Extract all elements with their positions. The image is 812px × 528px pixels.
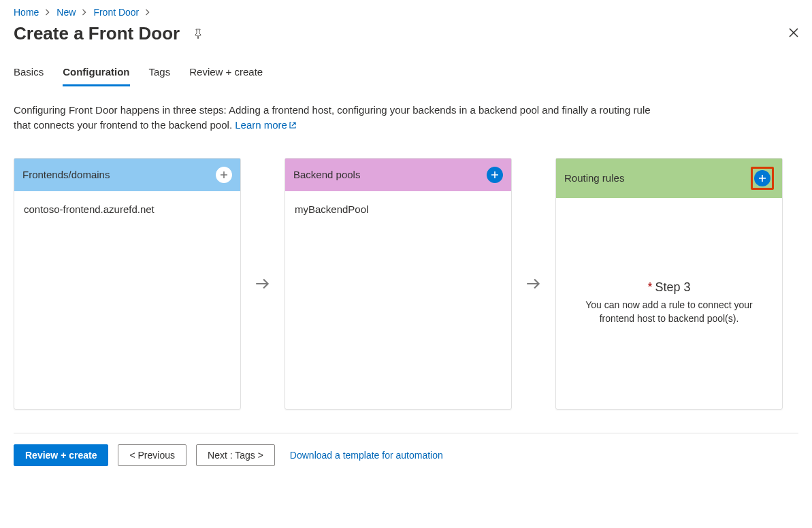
chevron-right-icon — [144, 7, 151, 18]
tab-review-create[interactable]: Review + create — [189, 62, 263, 86]
add-backend-button[interactable] — [487, 167, 503, 183]
config-description-text: Configuring Front Door happens in three … — [14, 104, 651, 131]
routing-step-desc: You can now add a rule to connect your f… — [581, 299, 758, 325]
config-description: Configuring Front Door happens in three … — [14, 103, 653, 133]
breadcrumb-item-home[interactable]: Home — [14, 7, 39, 18]
learn-more-link[interactable]: Learn more — [235, 119, 297, 131]
close-icon[interactable] — [789, 27, 798, 41]
frontend-item[interactable]: contoso-frontend.azurefd.net — [24, 201, 231, 218]
chevron-right-icon — [44, 7, 51, 18]
card-header-backends: Backend pools — [285, 159, 511, 191]
tab-basics[interactable]: Basics — [14, 62, 44, 86]
footer-bar: Review + create < Previous Next : Tags >… — [14, 433, 798, 466]
review-create-button[interactable]: Review + create — [14, 444, 108, 466]
tab-configuration[interactable]: Configuration — [63, 62, 129, 86]
backend-item[interactable]: myBackendPool — [295, 201, 502, 218]
arrow-right-icon — [512, 158, 555, 410]
card-frontends: Frontends/domains contoso-frontend.azure… — [14, 158, 241, 410]
tab-bar: Basics Configuration Tags Review + creat… — [14, 62, 798, 86]
breadcrumb-item-frontdoor[interactable]: Front Door — [93, 7, 139, 18]
pin-icon[interactable] — [192, 28, 204, 40]
card-title-backends: Backend pools — [293, 169, 360, 180]
routing-step-label: *Step 3 — [647, 280, 690, 295]
required-star-icon: * — [647, 280, 652, 294]
config-columns: Frontends/domains contoso-frontend.azure… — [14, 158, 798, 410]
add-routing-highlight — [751, 167, 774, 190]
chevron-right-icon — [81, 7, 88, 18]
routing-empty: *Step 3 You can now add a rule to connec… — [556, 198, 782, 409]
frontends-list: contoso-frontend.azurefd.net — [14, 191, 240, 409]
card-title-routing: Routing rules — [564, 172, 624, 184]
next-button[interactable]: Next : Tags > — [196, 444, 275, 466]
add-routing-button[interactable] — [754, 170, 770, 186]
tab-tags[interactable]: Tags — [149, 62, 171, 86]
add-frontend-button[interactable] — [216, 167, 232, 183]
external-link-icon — [289, 118, 297, 133]
card-routing: Routing rules *Step 3 You can now add a … — [555, 158, 783, 410]
breadcrumb: Home New Front Door — [14, 0, 798, 22]
page-title: Create a Front Door — [14, 23, 180, 44]
card-header-routing: Routing rules — [556, 159, 782, 198]
arrow-right-icon — [241, 158, 285, 410]
previous-button[interactable]: < Previous — [118, 444, 186, 466]
breadcrumb-item-new[interactable]: New — [56, 7, 76, 18]
card-header-frontends: Frontends/domains — [14, 159, 240, 191]
title-bar: Create a Front Door — [14, 22, 798, 62]
backends-list: myBackendPool — [285, 191, 511, 409]
card-title-frontends: Frontends/domains — [22, 169, 110, 180]
download-template-link[interactable]: Download a template for automation — [290, 450, 443, 461]
card-backends: Backend pools myBackendPool — [285, 158, 512, 410]
